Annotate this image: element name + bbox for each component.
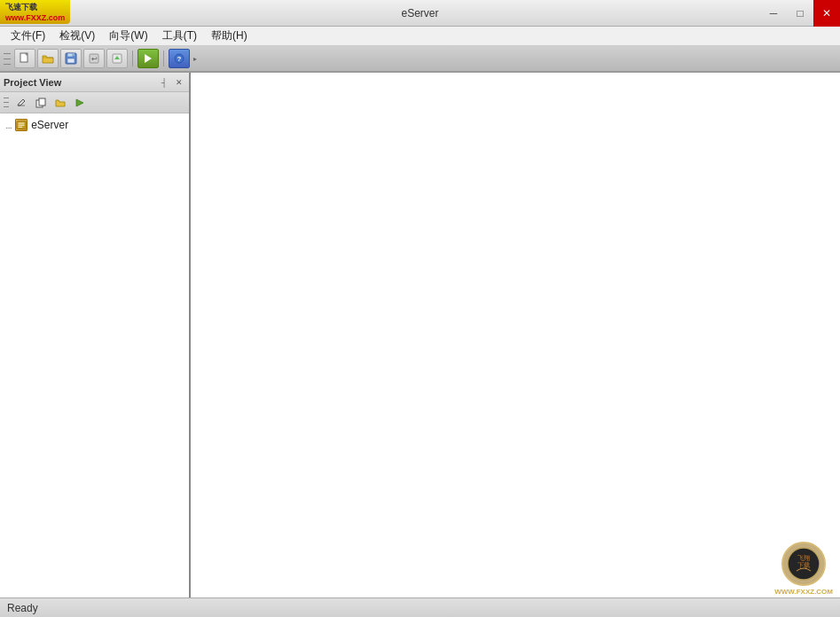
menu-file[interactable]: 文件(F): [4, 27, 52, 45]
main-area: Project View ┤ ✕: [0, 73, 840, 597]
tree-view: .... eServer: [0, 113, 189, 597]
panel-action-button[interactable]: [71, 95, 89, 111]
svg-marker-16: [76, 99, 83, 106]
panel-copy-button[interactable]: [32, 95, 50, 111]
toolbar-grip[interactable]: [4, 51, 11, 66]
save-button[interactable]: [60, 49, 82, 68]
tree-item-eserver[interactable]: .... eServer: [2, 117, 187, 133]
panel-toolbar-grip[interactable]: [4, 97, 9, 109]
svg-marker-10: [145, 54, 152, 63]
top-wm-label: 飞速下载: [5, 2, 65, 13]
new-file-button[interactable]: [14, 49, 35, 68]
toolbar-separator-2: [163, 51, 164, 66]
panel-title: Project View: [4, 77, 61, 88]
menu-help[interactable]: 帮助(H): [204, 27, 255, 45]
title-bar-buttons: ─ □ ✕: [760, 0, 840, 27]
svg-text:?: ?: [177, 55, 182, 63]
panel-folder-button[interactable]: [51, 95, 69, 111]
run-button[interactable]: [137, 49, 159, 68]
panel-toolbar: [0, 92, 189, 113]
svg-rect-20: [19, 127, 22, 128]
watermark-overlay: 飞翔 下载 WWW.FXXZ.COM: [774, 542, 833, 596]
svg-rect-18: [19, 122, 25, 123]
tree-dots: ....: [5, 121, 12, 130]
svg-text:下载: 下载: [797, 561, 810, 568]
open-button[interactable]: [37, 49, 59, 68]
status-bar: Ready: [0, 597, 840, 617]
help-button[interactable]: ?: [169, 49, 190, 68]
content-area: [191, 73, 840, 597]
project-icon: [15, 119, 27, 131]
maximize-button[interactable]: □: [787, 0, 813, 27]
svg-text:飞翔: 飞翔: [797, 554, 810, 561]
panel-header-icons: ┤ ✕: [158, 76, 185, 89]
menu-tools[interactable]: 工具(T): [155, 27, 204, 45]
top-watermark: 飞速下载 www.FXXZ.com: [0, 0, 70, 24]
status-text: Ready: [7, 602, 38, 614]
panel-header: Project View ┤ ✕: [0, 73, 189, 92]
import-button[interactable]: [106, 49, 128, 68]
watermark-circle: 飞翔 下载: [781, 542, 826, 586]
panel-close-button[interactable]: ✕: [173, 76, 185, 89]
toolbar: ↩ ? ▸: [0, 46, 840, 73]
title-bar: 飞速下载 www.FXXZ.com eServer ─ □ ✕: [0, 0, 840, 27]
toolbar-separator-1: [132, 51, 133, 66]
minimize-button[interactable]: ─: [760, 0, 787, 27]
panel-edit-button[interactable]: [12, 95, 30, 111]
menu-view[interactable]: 检视(V): [52, 27, 102, 45]
svg-rect-4: [67, 59, 75, 63]
tree-label-eserver: eServer: [31, 119, 68, 131]
undo-button[interactable]: ↩: [83, 49, 105, 68]
svg-rect-3: [67, 53, 73, 57]
svg-rect-19: [19, 125, 25, 126]
toolbar-more-arrow[interactable]: ▸: [192, 53, 199, 65]
svg-text:↩: ↩: [91, 55, 98, 63]
panel-pin-button[interactable]: ┤: [158, 76, 170, 89]
menu-bar: 文件(F) 检视(V) 向导(W) 工具(T) 帮助(H): [0, 27, 840, 46]
close-button[interactable]: ✕: [813, 0, 840, 27]
menu-wizard[interactable]: 向导(W): [102, 27, 154, 45]
watermark-url: WWW.FXXZ.COM: [774, 588, 833, 596]
app-title: eServer: [401, 7, 438, 20]
top-wm-url: www.FXXZ.com: [5, 13, 65, 22]
svg-rect-5: [73, 53, 75, 56]
project-panel: Project View ┤ ✕: [0, 73, 191, 597]
svg-rect-15: [39, 98, 45, 105]
